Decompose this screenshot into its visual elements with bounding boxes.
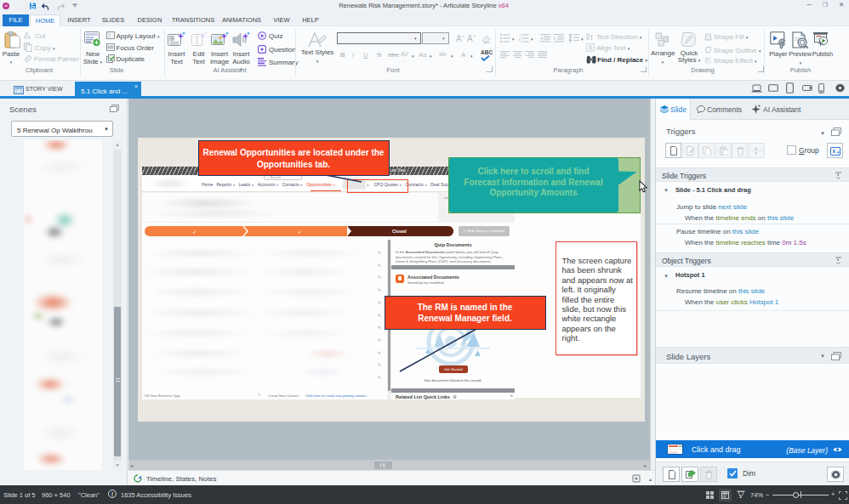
svg-text:3: 3 (519, 39, 521, 42)
